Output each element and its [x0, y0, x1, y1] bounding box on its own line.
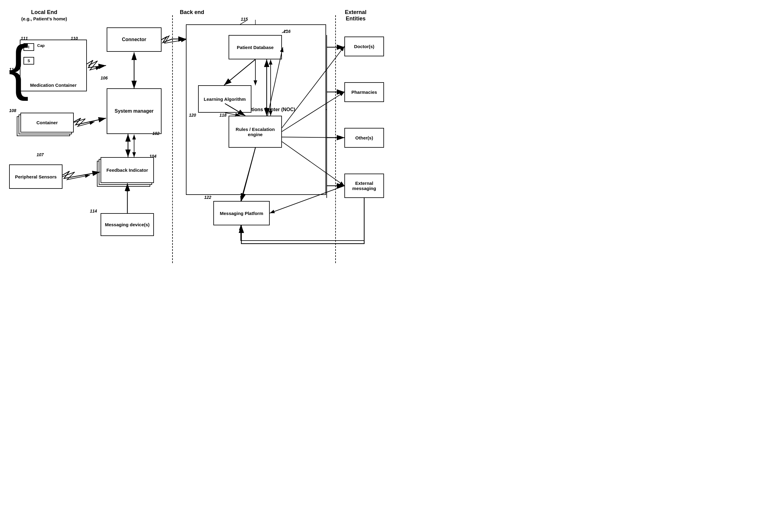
external-entities-label: External Entities: [336, 9, 375, 22]
left-brace: {: [9, 37, 29, 97]
cap-inner-label: Cap: [37, 43, 45, 48]
others-box: Other(s): [344, 128, 384, 148]
pharmacies-box: Pharmacies: [344, 82, 384, 102]
ref-115: 115: [241, 17, 248, 22]
external-messaging-box: External messaging: [344, 174, 384, 198]
ref-104: 104: [149, 154, 156, 159]
diagram: Local End (e.g., Patient's home) Back en…: [0, 0, 388, 266]
ref-122: 122: [204, 195, 211, 200]
container-box: Container: [20, 113, 74, 132]
ref-106: 106: [100, 76, 107, 80]
messaging-platform-box: Messaging Platform: [213, 201, 270, 225]
ref-116: 116: [284, 29, 291, 34]
local-end-label: Local End (e.g., Patient's home): [9, 9, 79, 22]
system-manager-box: System manager: [107, 88, 161, 134]
feedback-indicator-box: Feedback Indicator: [100, 157, 154, 183]
ref-120: 120: [189, 113, 196, 118]
ref-102: 102: [152, 131, 159, 136]
ref-107: 107: [37, 152, 44, 157]
dashed-line-2: [335, 15, 336, 263]
dashed-line-1: [172, 15, 173, 263]
patient-database-box: Patient Database: [229, 35, 282, 59]
ref-110: 110: [71, 36, 78, 41]
ref-118: 118: [220, 113, 227, 118]
back-end-label: Back end: [180, 9, 204, 16]
peripheral-sensors-box: Peripheral Sensors: [9, 164, 62, 189]
doctors-box: Doctor(s): [344, 37, 384, 56]
ref-108: 108: [9, 108, 16, 113]
messaging-devices-box: Messaging device(s): [100, 213, 154, 236]
ref-114: 114: [90, 209, 97, 213]
rules-escalation-box: Rules / Escalation engine: [229, 116, 282, 148]
learning-algorithm-box: Learning Algorithm: [198, 85, 252, 113]
medication-container-box: Medication Container I S Cap: [20, 40, 87, 91]
connector-box: Connector: [107, 27, 161, 52]
